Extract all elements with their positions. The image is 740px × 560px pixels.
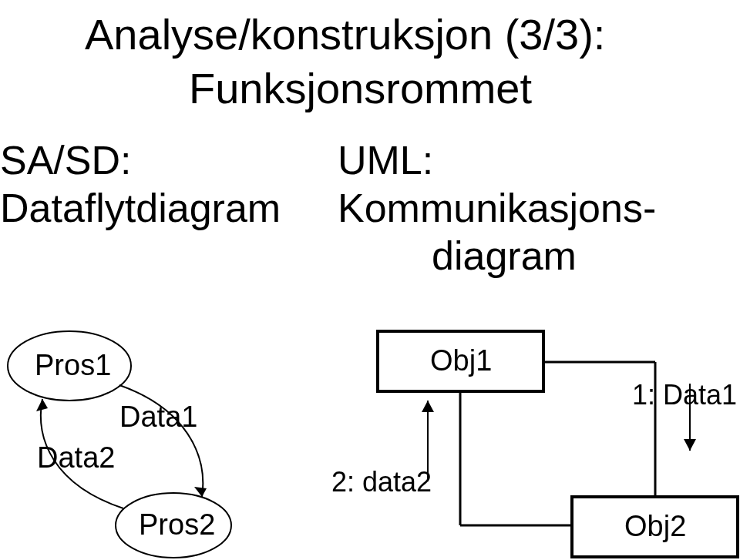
msg2-label: 2: data2 [331,466,432,498]
obj2-label: Obj2 [624,510,686,543]
left-column-heading-1: SA/SD: [0,137,132,183]
data2-label: Data2 [37,441,115,474]
data2-arrowhead [36,399,48,411]
slide-title: Analyse/konstruksjon (3/3): [85,9,605,59]
right-column-heading-1: UML: [338,137,433,183]
right-column-heading-2: Kommunikasjons- [338,185,656,231]
data1-label: Data1 [119,401,197,434]
obj1-label: Obj1 [430,344,492,377]
slide-subtitle: Funksjonsrommet [189,63,532,113]
pros2-label: Pros2 [139,508,215,542]
msg1-label: 1: Data1 [632,379,737,411]
msg1-arrowhead [684,439,696,451]
data1-arrowhead [194,487,207,497]
left-column-heading-2: Dataflytdiagram [0,185,281,231]
right-column-heading-3: diagram [432,233,577,279]
msg2-arrowhead [422,401,434,412]
pros1-label: Pros1 [35,349,111,382]
